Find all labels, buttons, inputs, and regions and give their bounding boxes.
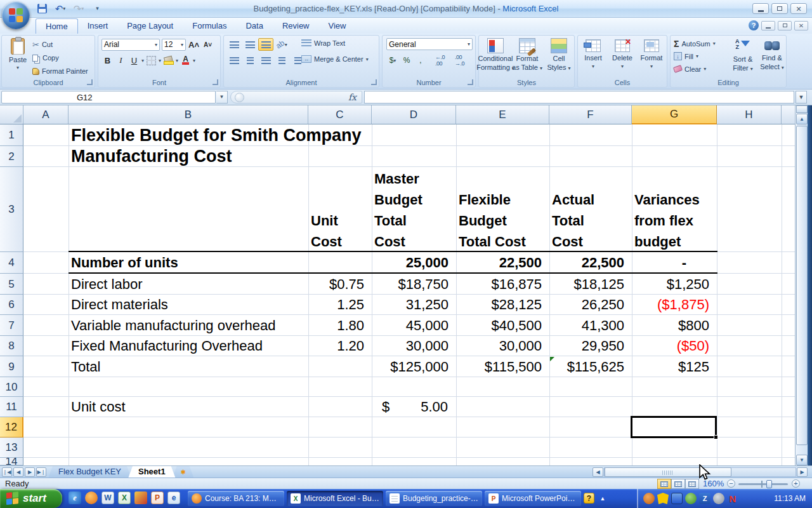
vertical-scroll-thumb[interactable] — [796, 126, 808, 445]
page-break-view-button[interactable] — [685, 479, 699, 489]
undo-button[interactable]: ↶▾ — [53, 2, 68, 15]
cell-F3[interactable]: Actual Total Cost — [549, 167, 632, 252]
column-header-B[interactable]: B — [69, 105, 308, 124]
column-header-F[interactable]: F — [549, 105, 632, 124]
cell-D8[interactable]: 30,000 — [372, 336, 456, 356]
font-dialog-launcher[interactable] — [213, 79, 218, 85]
zoom-slider-track[interactable] — [738, 483, 788, 485]
cell-E8[interactable]: 30,000 — [456, 336, 549, 356]
clipboard-dialog-launcher[interactable] — [87, 79, 93, 85]
row-header-6[interactable]: 6 — [0, 295, 23, 315]
office-button[interactable] — [2, 1, 30, 29]
accounting-format-button[interactable]: $▾ — [386, 54, 399, 67]
cell-F5[interactable]: $18,125 — [549, 274, 632, 295]
minimize-button[interactable] — [752, 3, 769, 14]
taskbar-button-powerpoint[interactable]: P Microsoft PowerPoint ... — [485, 491, 581, 506]
format-cells-button[interactable]: Format ▾ — [638, 39, 665, 69]
sheet-tab-flex-budget-key[interactable]: Flex Budget KEY — [48, 466, 131, 478]
tray-icon-4[interactable] — [685, 493, 697, 504]
cell-D5[interactable]: $18,750 — [372, 274, 456, 295]
cell-G4[interactable]: - — [632, 252, 717, 274]
powerpoint-icon[interactable]: P — [151, 491, 164, 504]
sort-filter-button[interactable]: AZ Sort & Filter ▾ — [729, 39, 757, 72]
workbook-minimize-button[interactable] — [761, 21, 775, 30]
taskbar-button-budgeting-doc[interactable]: Budgeting_practice-fl... — [386, 491, 482, 506]
column-header-A[interactable]: A — [23, 105, 69, 124]
excel-icon[interactable]: X — [118, 491, 131, 504]
help-icon[interactable]: ? — [749, 20, 759, 30]
borders-button[interactable] — [145, 54, 157, 67]
first-sheet-button[interactable]: ❘◀ — [2, 467, 12, 477]
page-layout-view-button[interactable] — [671, 479, 685, 489]
font-color-button[interactable]: A — [180, 54, 192, 67]
row-header-9[interactable]: 9 — [0, 356, 23, 377]
fill-color-button[interactable] — [162, 54, 174, 67]
copy-button[interactable]: Copy — [32, 52, 59, 64]
clear-button[interactable]: Clear ▾ — [674, 64, 716, 74]
customize-qat-button[interactable]: ▾ — [89, 2, 105, 15]
formula-bar-expand-button[interactable]: ▼ — [796, 91, 807, 104]
scroll-up-button[interactable]: ▲ — [796, 114, 808, 124]
format-painter-button[interactable]: Format Painter — [32, 65, 88, 77]
column-header-E[interactable]: E — [456, 105, 549, 124]
cell-E7[interactable]: $40,500 — [456, 315, 549, 336]
row-header-3[interactable]: 3 — [0, 167, 23, 252]
cell-B7[interactable]: Variable manufacturing overhead — [69, 315, 308, 336]
workbook-restore-button[interactable] — [778, 21, 792, 30]
tab-home[interactable]: Home — [36, 18, 78, 34]
cell-G8-negative[interactable]: ($50) — [632, 336, 717, 356]
cell-E4[interactable]: 22,500 — [456, 252, 549, 274]
cell-G9[interactable]: $125 — [632, 356, 717, 377]
column-header-H[interactable]: H — [717, 105, 782, 124]
cell-styles-button[interactable]: Cell Styles ▾ — [544, 38, 574, 72]
tab-data[interactable]: Data — [236, 18, 272, 34]
cell-F7[interactable]: 41,300 — [549, 315, 632, 336]
tab-formulas[interactable]: Formulas — [183, 18, 236, 34]
align-left-button[interactable] — [226, 54, 242, 67]
select-all-corner[interactable] — [0, 105, 23, 124]
cell-B4[interactable]: Number of units — [69, 252, 308, 274]
align-right-button[interactable] — [258, 54, 273, 67]
cell-D6[interactable]: 31,250 — [372, 295, 456, 315]
cell-E3[interactable]: Flexible Budget Total Cost — [456, 167, 549, 252]
tray-icon-3[interactable] — [671, 493, 683, 504]
decrease-indent-button[interactable] — [274, 54, 289, 67]
number-dialog-launcher[interactable] — [468, 79, 473, 85]
word-icon[interactable]: W — [102, 491, 114, 504]
normal-view-button[interactable] — [657, 479, 671, 489]
cell-E9[interactable]: $115,500 — [456, 356, 549, 377]
wrap-text-button[interactable]: Wrap Text — [301, 39, 345, 47]
column-header-C[interactable]: C — [308, 105, 372, 124]
keys-icon[interactable] — [134, 491, 147, 504]
cell-B11[interactable]: Unit cost — [69, 397, 308, 417]
row-header-11[interactable]: 11 — [0, 397, 23, 417]
cell-B2[interactable]: Manufacturing Cost — [69, 146, 308, 167]
horizontal-scroll-thumb[interactable] — [605, 467, 731, 477]
row-header-13[interactable]: 13 — [0, 438, 23, 458]
cell-E6[interactable]: $28,125 — [456, 295, 549, 315]
start-button[interactable]: start — [0, 489, 62, 508]
explorer-icon[interactable]: e — [167, 491, 180, 504]
tray-icon-6[interactable] — [713, 493, 724, 504]
name-box[interactable]: G12 — [1, 91, 216, 104]
internet-explorer-icon[interactable]: e — [69, 491, 81, 504]
paste-button[interactable]: Paste ▾ — [5, 38, 30, 79]
tab-review[interactable]: Review — [273, 18, 319, 34]
comma-style-button[interactable]: , — [414, 54, 427, 67]
cell-C8[interactable]: 1.20 — [308, 336, 372, 356]
close-button[interactable]: ✕ — [790, 3, 807, 14]
row-header-10[interactable]: 10 — [0, 377, 23, 397]
cell-B1[interactable]: Flexible Budget for Smith Company — [69, 124, 308, 146]
row-header-4[interactable]: 4 — [0, 252, 23, 274]
number-format-select[interactable]: General ▾ — [386, 38, 473, 50]
insert-cells-button[interactable]: Insert ▾ — [579, 39, 607, 69]
tray-icon-1[interactable] — [643, 493, 655, 504]
prev-sheet-button[interactable]: ◀ — [13, 467, 23, 477]
shrink-font-button[interactable]: A˅ — [202, 38, 214, 51]
percent-style-button[interactable]: % — [400, 54, 413, 67]
cell-C6[interactable]: 1.25 — [308, 295, 372, 315]
taskbar-button-firefox-course[interactable]: Course: BA 213: Man... — [188, 491, 284, 506]
italic-button[interactable]: I — [115, 54, 127, 67]
cell-F6[interactable]: 26,250 — [549, 295, 632, 315]
fill-handle[interactable] — [714, 435, 718, 439]
